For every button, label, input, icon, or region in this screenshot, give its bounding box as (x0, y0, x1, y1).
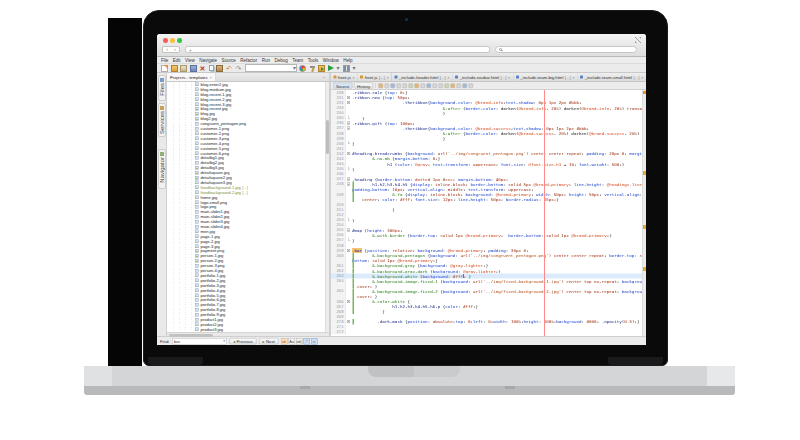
back-icon[interactable] (385, 83, 390, 88)
wrap-around-toggle[interactable]: ∞ (311, 338, 318, 345)
menu-item-debug[interactable]: Debug (274, 58, 287, 63)
search-input[interactable] (495, 46, 637, 54)
menu-item-edit[interactable]: Edit (173, 58, 181, 63)
close-tab-icon[interactable]: × (447, 75, 449, 80)
menu-item-view[interactable]: View (185, 58, 195, 63)
error-stripe[interactable] (642, 90, 646, 336)
find-next-button[interactable]: ▸ Next (259, 338, 278, 345)
back-icon[interactable]: ‹ (166, 47, 168, 52)
image-file-icon (195, 200, 199, 204)
tree-vertical-scrollbar[interactable] (325, 82, 329, 332)
close-icon[interactable]: × (210, 75, 212, 80)
find-previous-icon[interactable] (409, 83, 414, 88)
editor-tab--include-team-big-html[interactable]: _include-team-big.html[...]× (513, 73, 577, 81)
minimize-window-icon[interactable] (170, 38, 175, 43)
cut-icon[interactable]: ✕ (199, 65, 206, 72)
image-file-icon (195, 293, 199, 297)
close-tab-icon[interactable]: × (641, 75, 643, 80)
redo-icon[interactable]: ↷ (235, 65, 242, 72)
menu-item-help[interactable]: Help (343, 58, 352, 63)
close-tab-icon[interactable]: × (352, 75, 354, 80)
uncomment-icon[interactable] (469, 83, 474, 88)
expand-icon[interactable] (635, 37, 641, 43)
forward-icon[interactable] (391, 83, 396, 88)
warning-tick-icon[interactable] (643, 267, 646, 271)
image-file-icon (195, 127, 199, 131)
find-bar: Find: bar ▾ ◂ Previous ▸ Next abAaab|.*∞ (157, 336, 646, 345)
project-file-tree: blog-enter2.jpgblog-medium.jpgblog-recen… (167, 82, 329, 332)
back-forward-buttons[interactable]: ‹ › (162, 46, 180, 54)
editor-tab-front-js[interactable]: front.js× (331, 73, 358, 81)
window-titlebar: ‹ › + (157, 34, 646, 57)
close-tab-icon[interactable]: × (572, 75, 574, 80)
address-bar[interactable]: + (185, 46, 490, 54)
sidebar-tab-services[interactable]: Services (158, 103, 166, 137)
close-tab-icon[interactable]: × (508, 75, 510, 80)
toggle-highlight-icon[interactable] (415, 83, 420, 88)
profile-dropdown-caret[interactable]: ▾ (352, 65, 356, 72)
new-tab-icon[interactable]: + (189, 47, 193, 53)
find-next-icon[interactable] (403, 83, 408, 88)
copy-icon[interactable] (209, 65, 214, 71)
code-editor[interactable]: 230.ribbon.sale {top: 0;}231.ribbon.new … (331, 90, 646, 336)
build-project-icon[interactable] (309, 65, 316, 72)
match-case-toggle[interactable]: Aa (288, 338, 295, 345)
code-line[interactable]: 272 (331, 329, 646, 334)
comment-icon[interactable] (463, 83, 468, 88)
profile-project-icon[interactable] (343, 65, 350, 72)
editor-tab--include-navbar-html[interactable]: _include-navbar.html[...]× (453, 73, 514, 81)
sidebar-tab-navigator[interactable]: Navigator (158, 149, 166, 189)
start-macro-icon[interactable] (451, 83, 456, 88)
new-file-icon[interactable] (161, 65, 168, 72)
zoom-window-icon[interactable] (177, 38, 182, 43)
menu-item-run[interactable]: Run (262, 58, 270, 63)
open-project-icon[interactable] (180, 65, 187, 72)
source-view-button[interactable]: Source (333, 83, 352, 89)
last-edit-icon[interactable] (379, 83, 384, 88)
previous-icon: ◂ (233, 339, 235, 344)
menu-item-team[interactable]: Team (292, 58, 303, 63)
previous-bookmark-icon[interactable] (421, 83, 426, 88)
menu-item-file[interactable]: File (161, 58, 168, 63)
set-configuration-icon[interactable] (299, 65, 306, 72)
tree-horizontal-scrollbar[interactable] (167, 332, 329, 336)
undo-icon[interactable]: ↶ (226, 65, 233, 72)
warning-tick-icon[interactable] (643, 225, 646, 229)
close-window-icon[interactable] (163, 38, 168, 43)
history-view-button[interactable]: History (354, 83, 373, 89)
minimize-panel-icon[interactable]: − (320, 75, 329, 80)
whole-words-toggle[interactable]: ab| (296, 338, 303, 345)
menubar: FileEditViewNavigateSourceRefactorRunDeb… (157, 57, 646, 64)
find-selection-icon[interactable] (397, 83, 402, 88)
close-tab-icon[interactable]: × (386, 75, 388, 80)
save-all-icon[interactable] (190, 65, 197, 72)
menu-item-refactor[interactable]: Refactor (240, 58, 257, 63)
run-project-icon[interactable] (328, 65, 334, 71)
regular-expression-toggle[interactable]: .* (303, 338, 310, 345)
paste-icon[interactable] (216, 65, 223, 72)
toggle-bookmark-icon[interactable] (433, 83, 438, 88)
run-dropdown-caret[interactable]: ▾ (336, 65, 340, 72)
tab-projects[interactable]: Projects - templates × (167, 73, 216, 81)
sidebar-tab-files[interactable]: Files (158, 75, 166, 101)
forward-icon[interactable]: › (174, 47, 176, 52)
highlight-results-toggle[interactable]: ab (281, 338, 288, 345)
find-input[interactable]: bar ▾ (172, 338, 227, 345)
menu-item-window[interactable]: Window (323, 58, 339, 63)
editor-tab--include-header-html[interactable]: _include-header.html[...]× (392, 73, 453, 81)
shift-left-icon[interactable] (439, 83, 444, 88)
editor-tab-front-js[interactable]: front.js[...]× (358, 73, 392, 81)
warning-tick-icon[interactable] (643, 171, 646, 175)
shift-right-icon[interactable] (445, 83, 450, 88)
find-previous-button[interactable]: ◂ Previous (229, 338, 256, 345)
image-file-icon (195, 97, 199, 101)
editor-tab--include-team-small-html[interactable]: _include-team-small.html[...]× (578, 73, 646, 81)
menu-item-navigate[interactable]: Navigate (199, 58, 217, 63)
next-bookmark-icon[interactable] (427, 83, 432, 88)
menu-item-source[interactable]: Source (221, 58, 235, 63)
clean-build-icon[interactable] (318, 65, 325, 72)
stop-macro-icon[interactable] (457, 83, 462, 88)
run-configuration-combobox[interactable]: ▾ (245, 64, 297, 72)
menu-item-tools[interactable]: Tools (308, 58, 319, 63)
new-project-icon[interactable] (171, 65, 178, 72)
